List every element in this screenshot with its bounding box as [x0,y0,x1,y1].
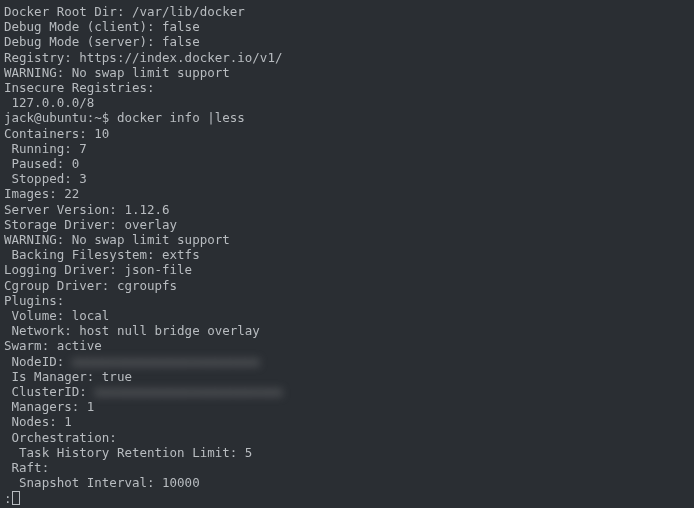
output-line: Cgroup Driver: cgroupfs [4,278,690,293]
output-line: Orchestration: [4,430,690,445]
output-line: Snapshot Interval: 10000 [4,475,690,490]
output-line: ClusterID: xxxxxxxxxxxxxxxxxxxxxxxxx [4,384,690,399]
output-line: Insecure Registries: [4,80,690,95]
output-line: Paused: 0 [4,156,690,171]
nodeid-label: NodeID: [4,354,72,369]
output-line: Network: host null bridge overlay [4,323,690,338]
output-line: Server Version: 1.12.6 [4,202,690,217]
output-line: Volume: local [4,308,690,323]
output-line: WARNING: No swap limit support [4,65,690,80]
output-line: Containers: 10 [4,126,690,141]
output-line: Plugins: [4,293,690,308]
output-line: Debug Mode (client): false [4,19,690,34]
output-line: 127.0.0.0/8 [4,95,690,110]
output-line: Running: 7 [4,141,690,156]
pager-prompt: : [4,491,12,506]
cursor [12,491,20,505]
output-line: Registry: https://index.docker.io/v1/ [4,50,690,65]
prompt-command: docker info |less [117,110,245,125]
output-line: Swarm: active [4,338,690,353]
output-line: Images: 22 [4,186,690,201]
output-line: Task History Retention Limit: 5 [4,445,690,460]
output-line: Nodes: 1 [4,414,690,429]
terminal-output[interactable]: Docker Root Dir: /var/lib/docker Debug M… [4,4,690,506]
nodeid-value-redacted: xxxxxxxxxxxxxxxxxxxxxxxxx [72,354,260,369]
pager-prompt-line[interactable]: : [4,491,690,506]
output-line: Raft: [4,460,690,475]
output-line: Stopped: 3 [4,171,690,186]
prompt-userhost: jack@ubuntu:~$ [4,110,117,125]
output-line: Logging Driver: json-file [4,262,690,277]
output-line: Is Manager: true [4,369,690,384]
output-line: Docker Root Dir: /var/lib/docker [4,4,690,19]
output-line: Managers: 1 [4,399,690,414]
clusterid-value-redacted: xxxxxxxxxxxxxxxxxxxxxxxxx [94,384,282,399]
output-line: Backing Filesystem: extfs [4,247,690,262]
output-line: WARNING: No swap limit support [4,232,690,247]
output-line: Debug Mode (server): false [4,34,690,49]
output-line: NodeID: xxxxxxxxxxxxxxxxxxxxxxxxx [4,354,690,369]
clusterid-label: ClusterID: [4,384,94,399]
prompt-line: jack@ubuntu:~$ docker info |less [4,110,690,125]
output-line: Storage Driver: overlay [4,217,690,232]
